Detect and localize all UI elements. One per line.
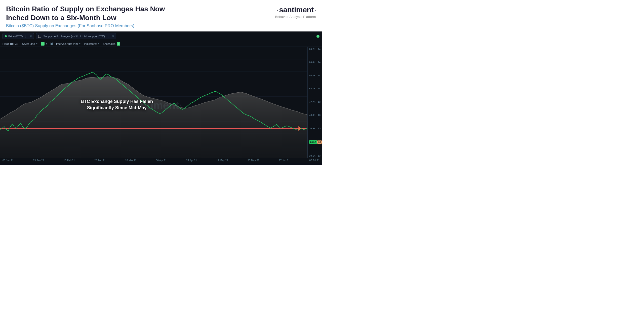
metric1-settings-icon[interactable]: ⋮	[24, 34, 27, 38]
chart-svg-container: ·santiment· BTC Exchange Supply Has Fall…	[0, 47, 307, 158]
x-label-10: 17 Jun 21	[279, 159, 290, 162]
x-label-1: 05 Jan 21	[3, 159, 14, 162]
show-axis-checkbox[interactable]: ✓	[117, 42, 120, 46]
chart-type-option[interactable]	[51, 43, 53, 45]
style-label: Style: Line	[22, 42, 35, 45]
y-label-7b: 13	[318, 127, 320, 130]
y-label-3b: 14	[318, 74, 320, 77]
indicators-label: Indicators:	[84, 42, 97, 45]
interval-chevron-icon: ▾	[79, 43, 80, 45]
logo-dot2: ·	[314, 6, 316, 14]
mini-chart-svg	[0, 164, 322, 165]
show-axis-option[interactable]: Show axis ✓	[103, 42, 120, 46]
online-indicator	[316, 35, 319, 38]
metric2-settings-icon[interactable]: ⋮	[106, 34, 110, 38]
x-label-9: 30 May 21	[248, 159, 259, 162]
y-label-3a: 56.4K	[309, 74, 315, 77]
y-label-5b: 13	[318, 101, 320, 103]
y-axis-row-1: 65.2K 14	[309, 48, 320, 50]
metric1-label: Price (BTC)	[8, 35, 23, 38]
color-option[interactable]: ▾	[41, 42, 47, 46]
y-label-2a: 60.8K	[309, 61, 315, 63]
y-label-4b: 14	[318, 87, 320, 90]
y-axis-right: 65.2K 14 60.8K 14 56.4K 14 52.1K 14 47.7…	[307, 47, 322, 158]
supply-color-box	[38, 35, 41, 38]
bottom-mini-chart	[0, 163, 322, 165]
y-label-7a: 38.9K	[309, 127, 315, 130]
chart-svg: ·santiment·	[0, 47, 307, 158]
page-container: Bitcoin Ratio of Supply on Exchanges Has…	[0, 0, 322, 165]
y-label-6a: 43.3K	[309, 114, 315, 116]
header: Bitcoin Ratio of Supply on Exchanges Has…	[0, 0, 322, 31]
interval-label: Interval: Auto (4h)	[56, 42, 78, 45]
indicators-chevron-icon: ▾	[98, 43, 99, 45]
show-axis-label: Show axis	[103, 42, 115, 45]
y-label-9a: 30.1K	[309, 155, 315, 157]
options-price-label: Price (BTC):	[3, 42, 19, 45]
metric1-close-icon[interactable]: ×	[30, 34, 32, 38]
y-label-6b: 13	[318, 114, 320, 116]
x-label-2: 23 Jan 21	[33, 159, 44, 162]
header-right: ·santiment· Behavior Analysis Platform	[275, 5, 316, 19]
y-axis-row-4: 52.1K 14	[309, 87, 320, 90]
y-axis-row-3: 56.4K 14	[309, 74, 320, 77]
logo-dot1: ·	[277, 6, 278, 14]
y-label-1a: 65.2K	[309, 48, 315, 50]
y-label-9b: 13	[318, 155, 320, 157]
price-color-dot	[5, 35, 7, 37]
chart-toolbar: Price (BTC) ⋮ × Supply on Exchanges (as …	[0, 31, 322, 41]
x-label-3: 10 Feb 21	[64, 159, 75, 162]
y-label-8b-highlight: 13	[317, 140, 322, 144]
y-axis-row-7: 38.9K 13	[309, 127, 320, 130]
line-color-box	[41, 42, 45, 46]
x-label-6: 06 Apr 21	[156, 159, 167, 162]
chart-type-icon	[51, 43, 53, 45]
indicators-option[interactable]: Indicators: ▾	[84, 42, 99, 45]
chart-container: Price (BTC) ⋮ × Supply on Exchanges (as …	[0, 31, 322, 165]
metric-tab-supply[interactable]: Supply on Exchanges (as % of total suppl…	[36, 33, 116, 39]
color-chevron-icon: ▾	[46, 43, 47, 45]
y-axis-row-5: 47.7K 13	[309, 101, 320, 103]
y-axis-row-2: 60.8K 14	[309, 61, 320, 63]
metric2-close-icon[interactable]: ×	[112, 34, 114, 38]
watermark-text: ·santiment·	[125, 99, 182, 111]
y-label-2b: 14	[318, 61, 320, 63]
santiment-logo: ·santiment·	[277, 6, 316, 14]
y-axis-row-8: 34.1K 13	[309, 140, 320, 144]
x-label-4: 28 Feb 21	[94, 159, 106, 162]
y-label-5a: 47.7K	[309, 101, 315, 103]
y-label-1b: 14	[318, 48, 320, 50]
x-label-7: 24 Apr 21	[186, 159, 197, 162]
supply-area	[0, 77, 307, 158]
y-axis-row-6: 43.3K 13	[309, 114, 320, 116]
x-axis: 05 Jan 21 23 Jan 21 10 Feb 21 28 Feb 21 …	[0, 158, 322, 163]
x-label-11: 05 Jul 21	[309, 159, 319, 162]
x-label-8: 12 May 21	[216, 159, 228, 162]
chart-options-bar: Price (BTC): Style: Line ▾ ▾ Interval: A…	[0, 41, 322, 47]
style-option[interactable]: Style: Line ▾	[22, 42, 37, 45]
y-label-8a-highlight: 34.1K	[309, 140, 317, 144]
interval-option[interactable]: Interval: Auto (4h) ▾	[56, 42, 80, 45]
x-label-5: 18 Mar 21	[125, 159, 136, 162]
logo-brand: santiment	[279, 6, 313, 14]
y-label-4a: 52.1K	[309, 87, 315, 90]
behavior-platform: Behavior Analysis Platform	[275, 15, 316, 19]
metric2-label: Supply on Exchanges (as % of total suppl…	[43, 35, 105, 38]
header-left: Bitcoin Ratio of Supply on Exchanges Has…	[6, 5, 275, 28]
subtitle: Bitcoin ($BTC) Supply on Exchanges (For …	[6, 23, 275, 28]
main-chart-area: ·santiment· BTC Exchange Supply Has Fall…	[0, 47, 322, 158]
metric-tab-price[interactable]: Price (BTC) ⋮ ×	[3, 33, 34, 39]
y-axis-row-9: 30.1K 13	[309, 155, 320, 157]
main-title: Bitcoin Ratio of Supply on Exchanges Has…	[6, 5, 177, 22]
style-chevron-icon: ▾	[36, 43, 37, 45]
